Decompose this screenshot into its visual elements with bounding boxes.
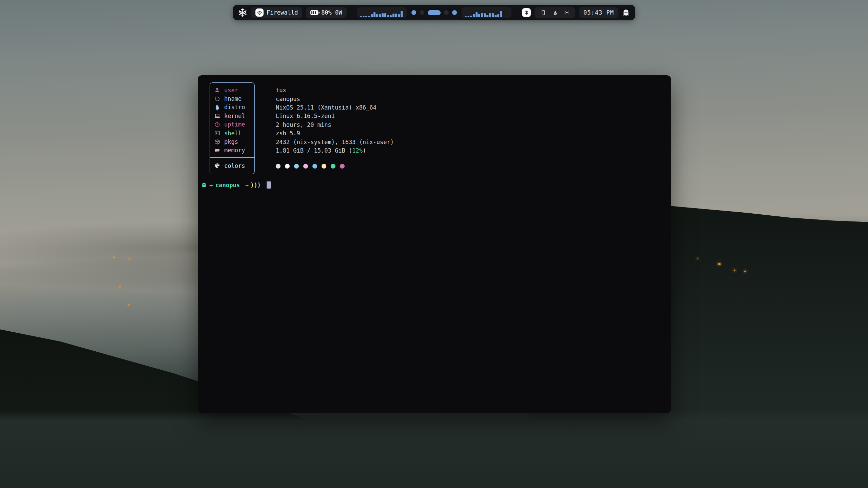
graph-bar bbox=[495, 15, 497, 17]
ghost-icon[interactable] bbox=[622, 9, 630, 17]
fetch-label-row: user bbox=[210, 86, 254, 94]
graph-bar bbox=[363, 16, 365, 17]
graph-bar bbox=[382, 13, 384, 17]
graph-bar bbox=[376, 14, 378, 17]
wallpaper-light bbox=[113, 257, 115, 258]
graph-bar bbox=[484, 13, 486, 17]
wallpaper-water bbox=[0, 410, 868, 488]
fetch-label: pkgs bbox=[224, 138, 238, 145]
wifi-icon bbox=[255, 8, 264, 17]
graph-bar bbox=[470, 16, 472, 17]
laptop-icon bbox=[214, 113, 220, 119]
scissors-icon[interactable]: ✂ bbox=[563, 9, 570, 16]
wallpaper-light bbox=[119, 286, 121, 287]
color-swatch bbox=[331, 164, 335, 169]
prompt-arrow: → bbox=[209, 182, 213, 189]
penguin-icon bbox=[214, 104, 220, 110]
graph-bar bbox=[390, 15, 392, 17]
wallpaper-light bbox=[129, 258, 130, 259]
system-tray: ✂ bbox=[535, 7, 575, 18]
bar-right-modules: ✂ 05:43 PM bbox=[522, 7, 630, 18]
status-bar: Firewalld 80% 0W bbox=[233, 5, 635, 20]
memory-value: 1.81 GiB / 15.03 GiB ( bbox=[276, 147, 352, 154]
fetch-value-memory: 1.81 GiB / 15.03 GiB (12%) bbox=[276, 146, 394, 155]
graph-bar bbox=[392, 14, 394, 17]
workspace-empty[interactable] bbox=[444, 10, 449, 15]
clock-label: 05:43 PM bbox=[583, 9, 614, 16]
fetch-value: 2432 (nix-system), 1633 (nix-user) bbox=[276, 138, 394, 146]
fetch-value: Linux 6.16.5-zen1 bbox=[276, 112, 394, 120]
graph-bar bbox=[489, 13, 491, 17]
firewall-module[interactable]: Firewalld bbox=[251, 7, 302, 18]
graph-bar bbox=[500, 11, 502, 17]
flame-icon[interactable] bbox=[552, 10, 558, 16]
fetch-label-row: pkgs bbox=[210, 137, 254, 146]
fetch-label: kernel bbox=[224, 113, 245, 119]
graph-bar bbox=[467, 16, 469, 17]
package-icon bbox=[214, 139, 220, 145]
graph-bar bbox=[476, 12, 478, 17]
phone-icon[interactable] bbox=[540, 10, 546, 16]
user-icon bbox=[214, 87, 220, 93]
color-swatch bbox=[340, 164, 345, 169]
wallpaper-light bbox=[744, 271, 746, 272]
color-swatch bbox=[276, 164, 281, 169]
workspace-focused[interactable] bbox=[428, 10, 441, 15]
workspace-indicator bbox=[411, 10, 457, 15]
clock-module[interactable]: 05:43 PM bbox=[579, 7, 618, 18]
fetch-value: NixOS 25.11 (Xantusia) x86_64 bbox=[276, 103, 394, 112]
fetch-values: tux canopus NixOS 25.11 (Xantusia) x86_6… bbox=[276, 86, 394, 171]
fetch-label-row: distro bbox=[210, 103, 254, 112]
fetch-label-row: colors bbox=[210, 161, 254, 170]
battery-label: 80% 0W bbox=[321, 9, 342, 16]
bluetooth-icon[interactable] bbox=[522, 8, 531, 17]
ghost-icon bbox=[201, 182, 207, 188]
fetch-label: shell bbox=[224, 130, 242, 137]
wallpaper-light bbox=[734, 270, 735, 271]
graph-bar bbox=[384, 13, 386, 17]
fetch-label-row: kernel bbox=[210, 112, 254, 120]
fetch-label-row: memory bbox=[210, 146, 254, 155]
graph-bar bbox=[473, 14, 475, 17]
graph-bar bbox=[371, 14, 373, 17]
graph-bar bbox=[368, 16, 370, 17]
graph-bar bbox=[478, 14, 480, 17]
nixos-snowflake-icon[interactable] bbox=[238, 8, 247, 17]
workspace-empty[interactable] bbox=[420, 10, 424, 15]
fetch-label: uptime bbox=[224, 121, 245, 128]
prompt-chevron: ) bbox=[254, 182, 257, 189]
shell-prompt[interactable]: → canopus ~ ) ) ) bbox=[201, 181, 271, 189]
graph-bar bbox=[365, 16, 367, 17]
fetch-label: distro bbox=[224, 104, 245, 111]
fetch-label: memory bbox=[224, 147, 245, 154]
wallpaper-light bbox=[128, 304, 130, 306]
workspace-occupied[interactable] bbox=[452, 10, 457, 15]
fetch-label-row: uptime bbox=[210, 120, 254, 129]
memory-percent: 12% bbox=[352, 147, 363, 154]
color-swatch bbox=[322, 164, 326, 169]
wallpaper-light bbox=[697, 258, 698, 259]
graph-bar bbox=[379, 14, 381, 17]
fetch-label-box: user hname distro bbox=[210, 82, 255, 174]
graph-bar bbox=[492, 13, 494, 17]
prompt-chevron: ) bbox=[257, 182, 261, 189]
memory-graph[interactable] bbox=[462, 7, 512, 18]
cpu-graph[interactable] bbox=[357, 7, 407, 18]
color-swatch bbox=[285, 164, 290, 169]
memory-value-suffix: ) bbox=[363, 147, 366, 154]
fetch-value: 2 hours, 20 mins bbox=[276, 120, 394, 129]
fetch-label-row: hname bbox=[210, 94, 254, 103]
battery-module[interactable]: 80% 0W bbox=[306, 7, 346, 18]
terminal-window[interactable]: user hname distro bbox=[198, 75, 671, 413]
color-swatch bbox=[312, 164, 317, 169]
firewall-label: Firewalld bbox=[267, 9, 298, 16]
color-swatch bbox=[303, 164, 308, 169]
graph-bar bbox=[486, 15, 488, 17]
clock-icon bbox=[214, 122, 220, 128]
text-cursor[interactable] bbox=[267, 181, 271, 189]
graph-bar bbox=[398, 14, 400, 17]
fetch-label: user bbox=[224, 87, 238, 94]
workspace-occupied[interactable] bbox=[411, 10, 416, 15]
color-palette-row bbox=[276, 162, 394, 170]
fetch-value: canopus bbox=[276, 95, 394, 103]
